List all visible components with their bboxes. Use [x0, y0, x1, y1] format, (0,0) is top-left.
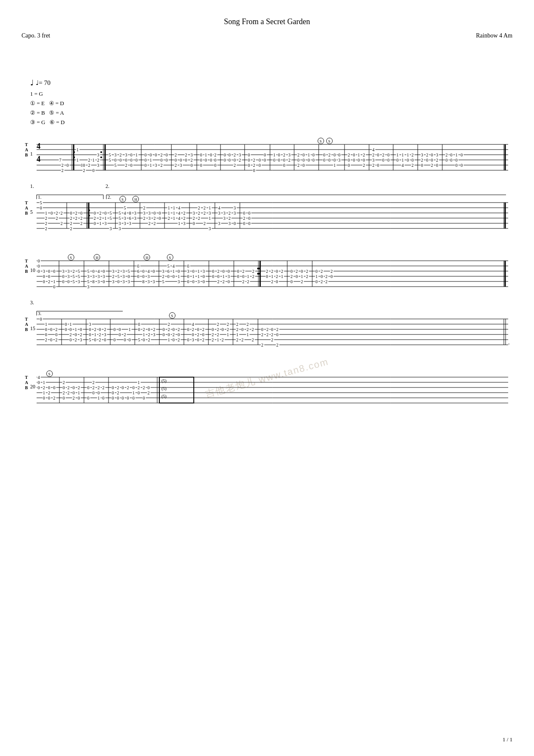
tab-staff-4: [22, 306, 512, 353]
tempo-marking: ♩♩= 70: [30, 78, 512, 87]
tab-staff-3: [22, 248, 512, 295]
page-title: Song From a Secret Garden: [22, 17, 512, 26]
capo-info: Capo. 3 fret: [22, 32, 50, 39]
measure-number-1: 1: [30, 151, 33, 157]
tuning-info: 1 = G ① = E ④ = D ② = B ⑤ = A ③ = G ⑥ = …: [30, 89, 512, 127]
tuning-line-4: ③ = G ⑥ = D: [30, 118, 512, 127]
sheet-music-page: Song From a Secret Garden Capo. 3 fret R…: [0, 0, 534, 756]
tab-staff-2: [22, 190, 512, 237]
tab-staff-5: [22, 364, 512, 412]
repeat-3: 3.: [30, 300, 34, 306]
tab-staff-1: [22, 131, 512, 179]
measure-number-20: 20: [30, 384, 35, 390]
repeat-1: 1.: [30, 183, 34, 190]
repeat-2: 2.: [106, 183, 109, 190]
measure-number-10: 10: [30, 267, 35, 274]
tuning-line-2: ① = E ④ = D: [30, 99, 512, 108]
tuning-line-3: ② = B ⑤ = A: [30, 108, 512, 118]
measure-number-5: 5: [30, 209, 33, 216]
tuning-line-1: 1 = G: [30, 89, 512, 99]
measure-number-15: 15: [30, 325, 35, 332]
author-info: Rainbow 4 Am: [476, 32, 512, 39]
page-number: 1 / 1: [503, 736, 512, 743]
